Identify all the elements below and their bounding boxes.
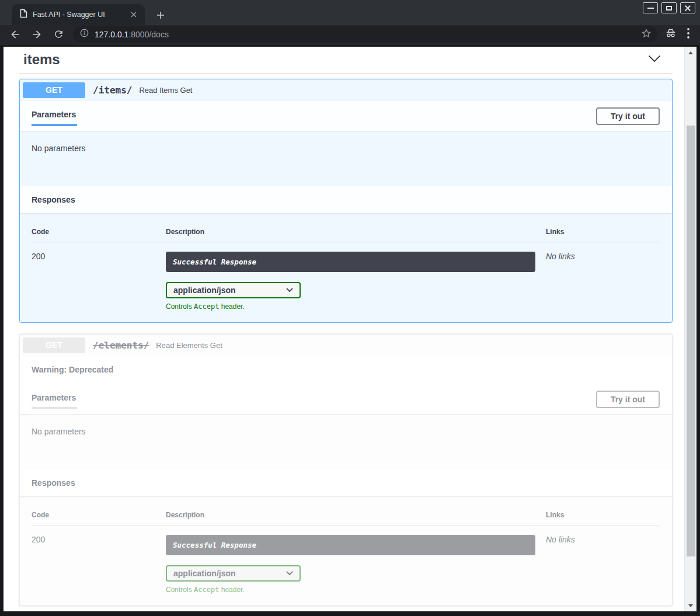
response-description-cell: Successful Response application/json Con… <box>166 242 546 311</box>
parameters-body: No parameters <box>20 131 672 186</box>
try-it-out-button[interactable]: Try it out <box>596 107 660 125</box>
column-header-description: Description <box>166 228 546 242</box>
vertical-scrollbar[interactable] <box>684 47 696 611</box>
responses-title: Responses <box>32 478 75 488</box>
scroll-up-button[interactable] <box>685 48 696 57</box>
responses-table: Code Description Links 200 Successful Re… <box>32 511 660 594</box>
responses-body: Code Description Links 200 Successful Re… <box>20 213 672 322</box>
operation-summary[interactable]: GET /items/ Read Items Get <box>20 79 672 101</box>
column-header-code: Code <box>32 511 166 525</box>
tab-parameters[interactable]: Parameters <box>32 389 77 409</box>
maximize-button[interactable] <box>661 2 677 13</box>
column-header-description: Description <box>166 511 546 525</box>
bookmark-star-icon[interactable] <box>641 28 652 41</box>
new-tab-button[interactable] <box>154 8 168 22</box>
scroll-up-icon <box>688 51 693 54</box>
incognito-icon[interactable] <box>664 28 677 41</box>
url-text: 127.0.0.1:8000/docs <box>95 30 169 39</box>
no-parameters-text: No parameters <box>32 144 660 153</box>
response-description-box: Successful Response <box>166 252 535 272</box>
response-description-box: Successful Response <box>166 535 535 555</box>
maximize-icon <box>666 6 672 11</box>
close-icon <box>684 5 691 12</box>
scroll-down-button[interactable] <box>685 601 696 610</box>
tab-title: Fast API - Swagger UI <box>33 11 123 19</box>
responses-body: Code Description Links 200 Successful Re… <box>20 496 672 605</box>
media-type-select[interactable]: application/json <box>166 565 301 582</box>
response-links: No links <box>546 525 660 594</box>
tag-section-header[interactable]: items <box>19 50 673 74</box>
response-code: 200 <box>32 525 166 594</box>
try-it-out-button[interactable]: Try it out <box>596 391 660 408</box>
browser-menu-kebab-icon[interactable] <box>687 28 689 41</box>
http-method-badge: GET <box>23 82 85 98</box>
window-controls <box>643 2 695 13</box>
deprecated-warning: Warning: Deprecated <box>20 356 672 384</box>
scroll-down-icon <box>688 604 693 607</box>
operation-summary-text: Read Items Get <box>139 86 192 95</box>
tag-title: items <box>23 51 60 68</box>
responses-section-header: Responses <box>20 469 672 496</box>
media-type-value: application/json <box>173 569 236 578</box>
chevron-down-icon <box>286 571 293 576</box>
response-description-text: Successful Response <box>173 541 256 549</box>
http-method-badge: GET <box>23 337 85 353</box>
minimize-icon <box>647 8 654 9</box>
parameters-title: Parameters <box>32 110 77 126</box>
media-type-select[interactable]: application/json <box>166 282 301 298</box>
scrollbar-thumb[interactable] <box>687 126 695 556</box>
response-links: No links <box>546 242 660 311</box>
forward-button[interactable] <box>30 27 44 41</box>
accept-header-note: Controls Accept header. <box>166 586 546 594</box>
operation-summary-text: Read Elements Get <box>156 341 222 350</box>
parameters-title: Parameters <box>32 393 77 409</box>
responses-table: Code Description Links 200 Successful Re… <box>32 228 660 311</box>
browser-tab[interactable]: Fast API - Swagger UI <box>12 4 145 25</box>
minimize-button[interactable] <box>643 2 658 13</box>
opblock-get-items: GET /items/ Read Items Get Parameters Tr… <box>19 79 673 323</box>
collapse-chevron-icon[interactable] <box>648 54 661 65</box>
chevron-down-icon <box>286 288 293 293</box>
response-description-cell: Successful Response application/json Con… <box>166 525 546 594</box>
tab-close-icon[interactable] <box>128 9 139 20</box>
close-button[interactable] <box>680 2 695 13</box>
response-description-text: Successful Response <box>173 257 256 266</box>
parameters-body: No parameters <box>20 414 672 469</box>
url-bar[interactable]: 127.0.0.1:8000/docs <box>73 26 657 43</box>
operation-path: /items/ <box>93 85 132 96</box>
accept-header-note: Controls Accept header. <box>166 302 546 311</box>
back-button[interactable] <box>8 27 22 41</box>
page-favicon-icon <box>20 9 27 20</box>
reload-button[interactable] <box>51 27 65 41</box>
column-header-links: Links <box>546 511 660 525</box>
column-header-code: Code <box>32 228 166 242</box>
column-header-links: Links <box>546 228 660 242</box>
browser-toolbar: 127.0.0.1:8000/docs <box>0 25 700 47</box>
operation-path: /elements/ <box>93 340 149 351</box>
media-type-value: application/json <box>173 286 236 295</box>
operation-summary[interactable]: GET /elements/ Read Elements Get <box>20 335 672 356</box>
responses-title: Responses <box>32 195 75 204</box>
tab-parameters[interactable]: Parameters <box>32 106 77 126</box>
page-content: items GET /items/ Read Items Get Paramet… <box>4 47 696 611</box>
window-titlebar: Fast API - Swagger UI <box>0 0 700 25</box>
responses-section-header: Responses <box>20 186 672 213</box>
response-code: 200 <box>32 242 166 311</box>
no-parameters-text: No parameters <box>32 427 660 436</box>
site-info-icon[interactable] <box>80 29 89 40</box>
opblock-get-elements-deprecated: GET /elements/ Read Elements Get Warning… <box>19 334 673 606</box>
